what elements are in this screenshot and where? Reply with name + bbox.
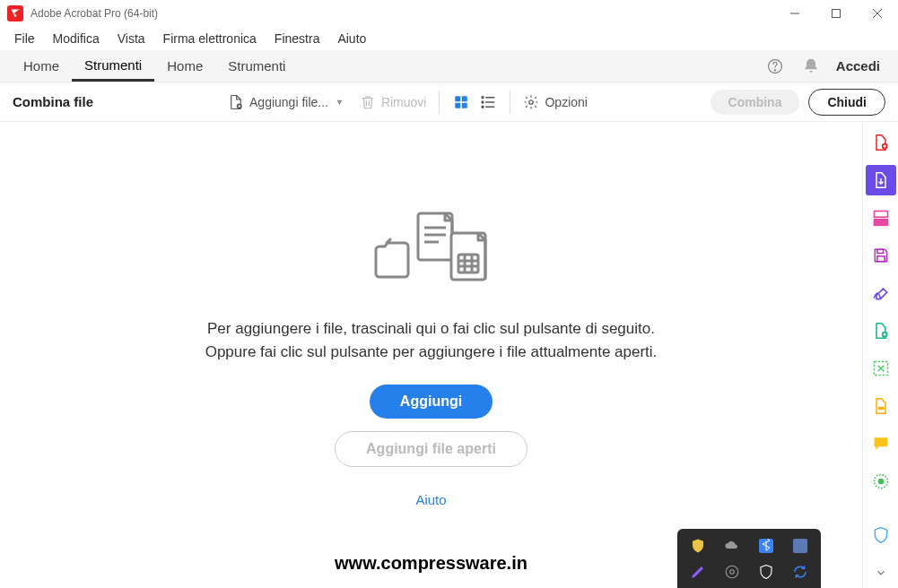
combine-button[interactable]: Combina — [711, 90, 800, 115]
add-button[interactable]: Aggiungi — [370, 385, 493, 419]
tab-strumenti-2[interactable]: Strumenti — [215, 52, 298, 80]
sign-icon[interactable] — [866, 278, 896, 308]
compress-icon[interactable] — [866, 353, 896, 384]
save-icon[interactable] — [866, 240, 896, 271]
svg-rect-9 — [456, 102, 461, 108]
menu-firma[interactable]: Firma elettronica — [154, 29, 266, 48]
svg-rect-30 — [874, 220, 887, 226]
help-link[interactable]: Aiuto — [415, 492, 446, 507]
close-tool-button[interactable]: Chiudi — [808, 89, 885, 116]
separator — [510, 91, 510, 114]
svg-rect-29 — [874, 212, 887, 218]
watermark: www.compressware.in — [335, 553, 527, 574]
titlebar: Adobe Acrobat Pro (64-bit) — [0, 0, 898, 27]
svg-rect-8 — [462, 96, 467, 101]
svg-point-11 — [483, 96, 484, 98]
cloud-tray-icon[interactable] — [722, 536, 742, 556]
window-title: Adobe Acrobat Pro (64-bit) — [31, 7, 158, 20]
svg-point-41 — [730, 569, 735, 574]
toolbar: Combina file Aggiungi file... ▼ Rimuovi … — [0, 82, 898, 122]
svg-rect-1 — [833, 10, 841, 18]
shield-tray-icon[interactable] — [756, 562, 776, 582]
options-button[interactable]: Opzioni — [523, 94, 587, 110]
app-tray-icon[interactable] — [790, 536, 810, 556]
remove-label: Rimuovi — [381, 95, 427, 109]
svg-point-13 — [483, 101, 484, 103]
menu-file[interactable]: File — [5, 29, 44, 48]
protect-icon[interactable] — [866, 520, 896, 550]
list-view-button[interactable] — [479, 93, 497, 111]
refresh-tray-icon[interactable] — [790, 562, 810, 582]
add-files-label: Aggiungi file... — [249, 95, 328, 109]
maximize-button[interactable] — [815, 0, 857, 27]
minimize-button[interactable] — [774, 0, 815, 27]
tabbar: Home Strumenti Home Strumenti Accedi — [0, 50, 898, 82]
tab-home-2[interactable]: Home — [154, 52, 215, 80]
system-tray — [677, 529, 821, 588]
chevron-down-icon[interactable] — [866, 558, 896, 588]
right-rail — [862, 122, 898, 588]
main-dropzone[interactable]: Per aggiungere i file, trascinali qui o … — [0, 122, 862, 588]
grid-view-button[interactable] — [452, 93, 470, 111]
tab-home-1[interactable]: Home — [11, 52, 72, 80]
redact-icon[interactable] — [866, 466, 896, 497]
help-icon[interactable] — [763, 54, 788, 79]
security-tray-icon[interactable] — [688, 536, 708, 556]
svg-point-5 — [774, 69, 775, 70]
edit-pdf-icon[interactable] — [866, 203, 896, 233]
menu-modifica[interactable]: Modifica — [44, 29, 109, 48]
menubar: File Modifica Vista Firma elettronica Fi… — [0, 27, 898, 50]
svg-rect-35 — [877, 407, 884, 410]
instruction-text: Per aggiungere i file, trascinali qui o … — [205, 317, 658, 363]
svg-point-15 — [483, 106, 484, 108]
add-open-files-button[interactable]: Aggiungi file aperti — [335, 431, 527, 467]
stamp-icon[interactable] — [866, 391, 896, 421]
svg-rect-31 — [876, 249, 883, 253]
svg-rect-7 — [456, 96, 461, 101]
options-label: Opzioni — [545, 95, 587, 109]
pen-tray-icon[interactable] — [688, 562, 708, 582]
organize-icon[interactable] — [866, 316, 896, 346]
create-pdf-icon[interactable] — [866, 127, 896, 158]
menu-aiuto[interactable]: Aiuto — [328, 29, 375, 48]
bluetooth-tray-icon[interactable] — [756, 536, 776, 556]
tool-title: Combina file — [13, 94, 93, 109]
svg-point-37 — [877, 479, 884, 485]
separator — [439, 91, 440, 114]
svg-point-17 — [529, 99, 534, 104]
close-button[interactable] — [857, 0, 898, 27]
menu-finestra[interactable]: Finestra — [266, 29, 329, 48]
chevron-down-icon: ▼ — [336, 98, 344, 107]
svg-rect-32 — [876, 256, 884, 262]
remove-button[interactable]: Rimuovi — [360, 94, 427, 110]
signin-link[interactable]: Accedi — [836, 58, 880, 74]
disc-tray-icon[interactable] — [722, 562, 742, 582]
comment-icon[interactable] — [866, 428, 896, 459]
svg-rect-10 — [462, 102, 467, 108]
bell-icon[interactable] — [798, 54, 824, 79]
tab-strumenti-1[interactable]: Strumenti — [72, 51, 154, 82]
app-logo-icon — [7, 5, 23, 22]
export-pdf-icon[interactable] — [866, 165, 896, 195]
add-files-button[interactable]: Aggiungi file... ▼ — [228, 94, 344, 110]
files-illustration-icon — [369, 203, 494, 296]
svg-point-40 — [726, 566, 738, 578]
menu-vista[interactable]: Vista — [109, 29, 154, 48]
svg-rect-39 — [793, 539, 807, 553]
